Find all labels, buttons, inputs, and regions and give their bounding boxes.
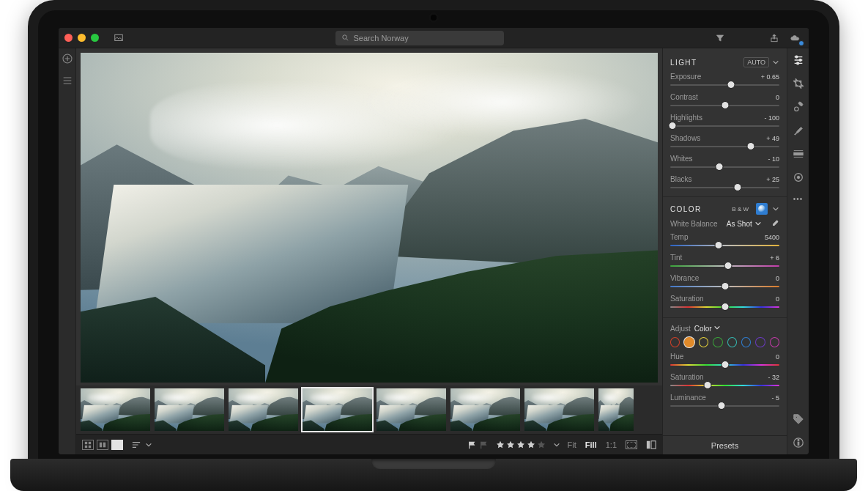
svg-rect-8 [100,442,102,447]
zoom-1to1-button[interactable]: 1:1 [606,440,617,449]
slider-label-saturation: Saturation [670,373,704,381]
share-icon[interactable] [766,32,782,45]
info-icon[interactable] [793,437,804,448]
color-collapse-chevron-icon[interactable] [772,205,779,213]
flag-pick-icon[interactable] [468,440,477,449]
slider-whites[interactable] [670,164,779,170]
star-1[interactable] [496,440,505,449]
svg-point-1 [342,35,346,40]
healing-brush-icon[interactable] [793,101,804,113]
slider-label-tint: Tint [670,254,682,262]
radial-gradient-icon[interactable] [793,171,804,183]
tool-rail: ••• [787,48,809,454]
crop-icon[interactable] [793,78,804,89]
slider-label-shadows: Shadows [670,134,700,142]
slider-contrast[interactable] [670,103,779,108]
show-original-icon[interactable] [646,440,656,450]
titlebar: Search Norway [59,28,809,48]
svg-point-19 [797,176,800,179]
thumbnail-0[interactable] [81,388,150,431]
window-close-button[interactable] [64,34,73,42]
my-photos-icon[interactable] [111,32,127,45]
star-5[interactable] [537,440,546,449]
rating-chevron-icon[interactable] [553,441,560,448]
search-placeholder: Search Norway [354,34,409,43]
slider-label-whites: Whites [670,155,693,163]
slider-highlights[interactable] [670,123,779,129]
filter-icon[interactable] [712,32,728,45]
light-collapse-chevron-icon[interactable] [772,59,779,66]
thumbnail-3[interactable] [303,388,372,431]
swatch-6[interactable] [755,337,765,347]
window-zoom-button[interactable] [91,34,99,42]
eyedropper-icon[interactable] [771,219,779,228]
star-3[interactable] [516,440,525,449]
more-tools-icon[interactable]: ••• [793,195,804,203]
slider-vibrance[interactable] [670,284,779,289]
slider-label-luminance: Luminance [670,394,706,402]
slider-saturation[interactable] [670,383,779,388]
color-mixer-swatches [670,337,779,347]
slider-exposure[interactable] [670,82,779,88]
overlay-toggle-icon[interactable] [626,440,637,449]
auto-button[interactable]: AUTO [743,57,769,67]
svg-rect-4 [85,441,87,443]
filmstrip[interactable] [76,385,662,434]
thumbnail-6[interactable] [524,388,594,431]
slider-value-contrast: 0 [776,94,779,101]
swatch-1[interactable] [684,337,694,347]
star-2[interactable] [506,440,515,449]
thumbnail-1[interactable] [155,388,224,431]
view-compare-button[interactable] [97,440,108,450]
thumbnail-4[interactable] [376,388,446,431]
zoom-fill-button[interactable]: Fill [585,440,597,449]
grid-lines-icon[interactable] [62,75,73,86]
slider-hue[interactable] [670,362,779,368]
svg-rect-6 [85,445,87,447]
thumbnail-7[interactable] [598,388,634,431]
view-grid-button[interactable] [82,440,94,450]
slider-blacks[interactable] [670,185,779,191]
zoom-fit-button[interactable]: Fit [568,440,576,449]
white-balance-label: White Balance [670,220,717,228]
presets-button[interactable]: Presets [663,435,787,454]
swatch-4[interactable] [727,337,737,347]
swatch-3[interactable] [713,337,722,347]
keywords-tag-icon[interactable] [793,413,804,425]
thumbnail-5[interactable] [450,388,520,431]
slider-temp[interactable] [670,243,779,248]
profile-color-chip[interactable] [756,203,768,215]
edit-sliders-icon[interactable] [793,54,804,66]
linear-gradient-icon[interactable] [793,148,804,160]
cloud-sync-icon[interactable] [787,32,803,45]
svg-point-14 [796,62,798,64]
sort-menu[interactable] [130,440,152,449]
swatch-0[interactable] [670,337,680,347]
slider-value-hue: 0 [776,353,779,361]
thumbnail-2[interactable] [229,388,298,431]
bw-toggle[interactable]: B & W [729,204,752,214]
brush-icon[interactable] [793,125,804,136]
slider-saturation[interactable] [670,304,779,310]
rating-stars[interactable] [496,440,546,449]
flag-reject-icon[interactable] [480,440,489,449]
slider-shadows[interactable] [670,144,779,149]
star-4[interactable] [527,440,535,449]
view-detail-button[interactable] [111,440,123,450]
light-panel-title: LIGHT [670,59,697,67]
slider-label-saturation: Saturation [670,295,704,303]
search-field[interactable]: Search Norway [335,31,504,45]
chevron-down-icon [754,220,762,227]
adjust-dropdown[interactable]: Color [694,324,722,333]
photo-viewer[interactable] [81,53,658,383]
main-photo [81,53,658,383]
swatch-5[interactable] [741,337,751,347]
add-photos-icon[interactable] [62,53,73,64]
window-minimize-button[interactable] [78,34,86,42]
swatch-2[interactable] [699,337,708,347]
swatch-7[interactable] [770,337,779,347]
slider-tint[interactable] [670,263,779,269]
svg-rect-11 [651,440,656,448]
slider-luminance[interactable] [670,403,779,409]
white-balance-dropdown[interactable]: As Shot [727,220,762,228]
